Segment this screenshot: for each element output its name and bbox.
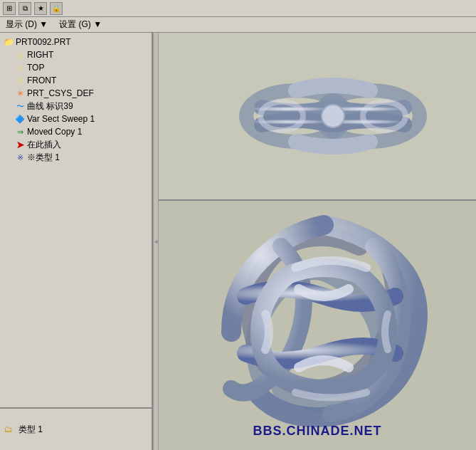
tree-label-front: FRONT [27,75,56,85]
tree-label-insert: 在此插入 [27,139,61,151]
folder-icon: 📁 [3,36,14,48]
left-panel-bottom: 🗂 类型 1 [0,407,152,450]
vertical-splitter[interactable] [153,33,159,450]
tree-item-copy[interactable]: ⇒ Moved Copy 1 [0,125,152,138]
tree-item-csys[interactable]: ✳ PRT_CSYS_DEF [0,87,152,100]
plane-icon-front: ◇ [14,75,26,86]
menubar: 显示 (D) ▼ 设置 (G) ▼ [0,17,476,33]
tree-item-curve[interactable]: 〜 曲线 标识39 [0,100,152,112]
viewport-area: BBS.CHINADE.NET [159,33,476,450]
tree-label-right: RIGHT [27,50,53,60]
toolbar-star-icon[interactable]: ★ [34,2,47,15]
tree-label-csys: PRT_CSYS_DEF [27,88,94,98]
watermark: BBS.CHINADE.NET [253,424,381,439]
toolbar-grid-icon[interactable]: ⊞ [3,2,16,15]
plane-icon-right: ◇ [14,49,26,61]
curve-icon: 〜 [14,100,26,112]
bottom-panel-label: 类型 1 [18,424,43,436]
tree-label-copy: Moved Copy 1 [27,127,82,137]
tree-item-top[interactable]: ◇ TOP [0,61,152,74]
type-icon: ※ [14,152,26,163]
copy-icon: ⇒ [14,126,26,137]
display-menu[interactable]: 显示 (D) ▼ [3,18,51,31]
tree-root[interactable]: 📁 PRT0092.PRT [0,36,152,48]
csys-icon: ✳ [14,88,26,99]
tree-item-right[interactable]: ◇ RIGHT [0,48,152,61]
tree-label-sweep: Var Sect Sweep 1 [27,114,95,124]
plane-icon-top: ◇ [14,62,26,73]
bottom-folder-icon: 🗂 [3,424,14,435]
settings-menu[interactable]: 设置 (G) ▼ [56,18,105,31]
tree-label-type: ※类型 1 [27,152,60,164]
main-area: 📁 PRT0092.PRT ◇ RIGHT ◇ TOP ◇ FRONT ✳ P [0,33,476,450]
tree-root-label: PRT0092.PRT [16,37,71,47]
model-tree: 📁 PRT0092.PRT ◇ RIGHT ◇ TOP ◇ FRONT ✳ P [0,33,152,407]
sweep-icon: 🔷 [14,113,26,125]
viewport-top[interactable] [159,33,476,201]
knot-top-svg [219,59,447,173]
insert-icon: ➤ [14,139,26,150]
tree-label-curve: 曲线 标识39 [27,100,73,112]
toolbar-lock-icon[interactable]: 🔒 [50,2,63,15]
viewport-bottom[interactable]: BBS.CHINADE.NET [159,201,476,450]
tree-item-sweep[interactable]: 🔷 Var Sect Sweep 1 [0,112,152,125]
knot-bottom-svg [189,201,459,431]
tree-label-top: TOP [27,63,44,73]
tree-item-insert[interactable]: ➤ 在此插入 [0,138,152,151]
tree-item-type[interactable]: ※ ※类型 1 [0,151,152,164]
toolbar-copy-icon[interactable]: ⧉ [18,2,31,15]
toolbar: ⊞ ⧉ ★ 🔒 [0,0,476,17]
tree-item-front[interactable]: ◇ FRONT [0,74,152,87]
svg-point-2 [322,105,344,127]
left-panel: 📁 PRT0092.PRT ◇ RIGHT ◇ TOP ◇ FRONT ✳ P [0,33,153,450]
